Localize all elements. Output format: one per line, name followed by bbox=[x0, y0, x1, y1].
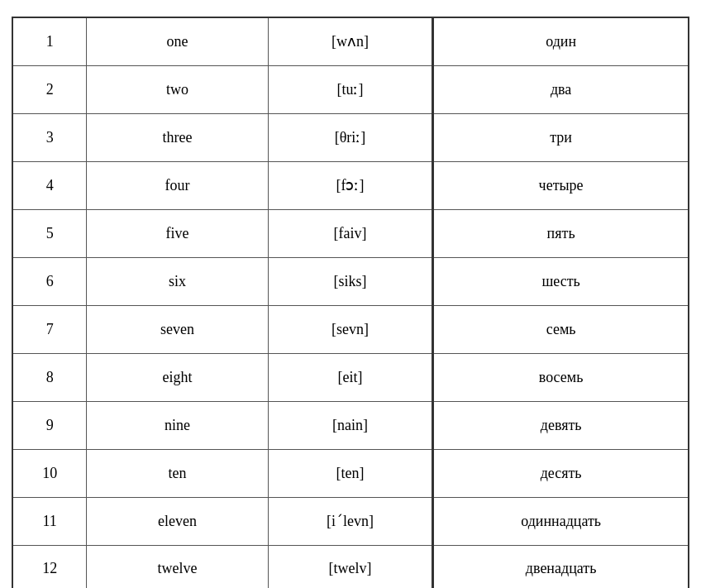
cell-translation: восемь bbox=[433, 353, 689, 401]
table-row: 8eight[eit]восемь bbox=[12, 353, 689, 401]
table-row: 3three[θriː]три bbox=[12, 113, 689, 161]
cell-translation: два bbox=[433, 65, 689, 113]
cell-number: 9 bbox=[12, 401, 87, 449]
cell-number: 4 bbox=[12, 161, 87, 209]
cell-pronunciation: [twelv] bbox=[268, 545, 433, 588]
cell-word: nine bbox=[87, 401, 268, 449]
cell-translation: пять bbox=[433, 209, 689, 257]
cell-word: eleven bbox=[87, 497, 268, 545]
cell-pronunciation: [eit] bbox=[268, 353, 433, 401]
cell-word: eight bbox=[87, 353, 268, 401]
cell-pronunciation: [nain] bbox=[268, 401, 433, 449]
table-row: 10ten[ten]десять bbox=[12, 449, 689, 497]
table-row: 11eleven[iˊlevn]одиннадцать bbox=[12, 497, 689, 545]
cell-pronunciation: [tuː] bbox=[268, 65, 433, 113]
cell-pronunciation: [faiv] bbox=[268, 209, 433, 257]
cell-translation: девять bbox=[433, 401, 689, 449]
cell-number: 12 bbox=[12, 545, 87, 588]
cell-pronunciation: [fɔː] bbox=[268, 161, 433, 209]
cell-pronunciation: [θriː] bbox=[268, 113, 433, 161]
table-row: 1one[wʌn]один bbox=[12, 17, 689, 65]
cell-translation: один bbox=[433, 17, 689, 65]
cell-pronunciation: [ten] bbox=[268, 449, 433, 497]
table-row: 5five[faiv]пять bbox=[12, 209, 689, 257]
cell-number: 3 bbox=[12, 113, 87, 161]
table-row: 2two[tuː]два bbox=[12, 65, 689, 113]
cell-number: 1 bbox=[12, 17, 87, 65]
cell-word: seven bbox=[87, 305, 268, 353]
cell-translation: двенадцать bbox=[433, 545, 689, 588]
cell-number: 11 bbox=[12, 497, 87, 545]
cell-pronunciation: [siks] bbox=[268, 257, 433, 305]
cell-number: 10 bbox=[12, 449, 87, 497]
numbers-table: 1one[wʌn]один2two[tuː]два3three[θriː]три… bbox=[12, 17, 689, 588]
cell-number: 2 bbox=[12, 65, 87, 113]
cell-translation: одиннадцать bbox=[433, 497, 689, 545]
cell-word: four bbox=[87, 161, 268, 209]
cell-number: 6 bbox=[12, 257, 87, 305]
cell-number: 5 bbox=[12, 209, 87, 257]
table-row: 12twelve[twelv]двенадцать bbox=[12, 545, 689, 588]
cell-pronunciation: [iˊlevn] bbox=[268, 497, 433, 545]
cell-word: twelve bbox=[87, 545, 268, 588]
cell-translation: семь bbox=[433, 305, 689, 353]
cell-word: six bbox=[87, 257, 268, 305]
table-row: 9nine[nain]девять bbox=[12, 401, 689, 449]
cell-word: five bbox=[87, 209, 268, 257]
cell-translation: три bbox=[433, 113, 689, 161]
cell-pronunciation: [sevn] bbox=[268, 305, 433, 353]
cell-word: three bbox=[87, 113, 268, 161]
table-row: 7seven[sevn]семь bbox=[12, 305, 689, 353]
cell-pronunciation: [wʌn] bbox=[268, 17, 433, 65]
numbers-table-wrapper: 1one[wʌn]один2two[tuː]два3three[θriː]три… bbox=[12, 17, 689, 588]
cell-translation: четыре bbox=[433, 161, 689, 209]
cell-translation: шесть bbox=[433, 257, 689, 305]
cell-number: 7 bbox=[12, 305, 87, 353]
cell-number: 8 bbox=[12, 353, 87, 401]
cell-word: ten bbox=[87, 449, 268, 497]
table-row: 6six[siks]шесть bbox=[12, 257, 689, 305]
cell-word: one bbox=[87, 17, 268, 65]
cell-translation: десять bbox=[433, 449, 689, 497]
cell-word: two bbox=[87, 65, 268, 113]
table-row: 4four[fɔː]четыре bbox=[12, 161, 689, 209]
